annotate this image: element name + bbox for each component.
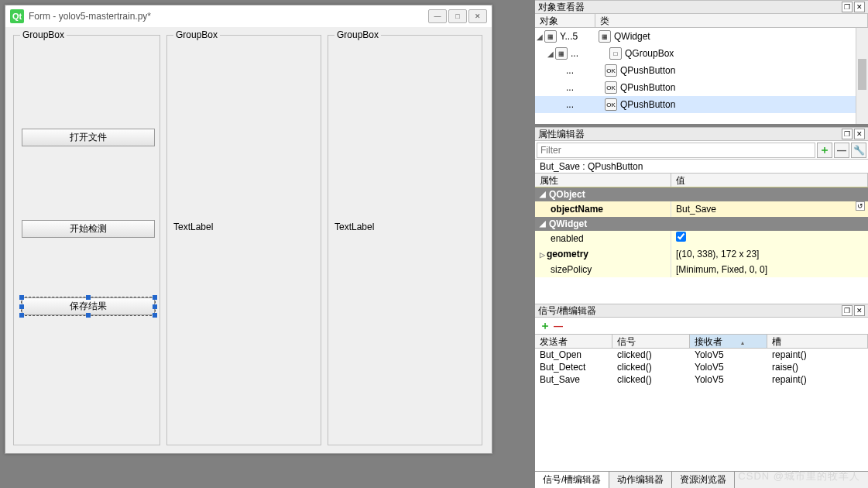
- tree-row[interactable]: ◢ ▦ Y...5 ▦ QWidget: [535, 28, 868, 45]
- watermark: CSDN @城市里的牧羊人: [738, 469, 860, 483]
- col-object[interactable]: 对象: [535, 14, 595, 27]
- tree-node-name: ...: [566, 99, 605, 110]
- tree-node-class: QPushButton: [620, 82, 675, 93]
- prop-name: sizePolicy: [535, 262, 671, 277]
- property-list[interactable]: ◢QObject objectName But_Save↺ ◢QWidget e…: [535, 187, 868, 277]
- tab-resource-browser[interactable]: 资源浏览器: [672, 472, 735, 488]
- col-class[interactable]: 类: [595, 14, 868, 27]
- selection-handle[interactable]: [153, 295, 157, 300]
- close-button[interactable]: ✕: [468, 9, 487, 23]
- tab-signal-slot[interactable]: 信号/槽编辑器: [535, 472, 609, 488]
- expand-arrow-icon[interactable]: ◢: [546, 50, 555, 58]
- start-detect-button[interactable]: 开始检测: [22, 220, 155, 238]
- tab-action-editor[interactable]: 动作编辑器: [609, 472, 672, 488]
- maximize-button[interactable]: □: [448, 9, 467, 23]
- selection-handle[interactable]: [19, 304, 24, 309]
- prop-value[interactable]: [Minimum, Fixed, 0, 0]: [671, 262, 868, 277]
- dock-close-button[interactable]: ✕: [854, 305, 865, 316]
- scrollbar-thumb[interactable]: [858, 59, 866, 90]
- col-slot[interactable]: 槽: [767, 335, 868, 348]
- prop-name: enabled: [535, 231, 671, 246]
- remove-connection-button[interactable]: —: [554, 321, 563, 332]
- dock-close-button[interactable]: ✕: [854, 2, 865, 12]
- dock-float-button[interactable]: ❐: [842, 129, 853, 139]
- prop-value[interactable]: But_Save: [676, 201, 716, 217]
- config-button[interactable]: 🔧: [851, 143, 866, 158]
- groupbox-2[interactable]: GroupBox TextLabel: [166, 35, 321, 445]
- section-qwidget[interactable]: ◢QWidget: [535, 217, 868, 231]
- selected-object-line: But_Save : QPushButton: [535, 160, 868, 174]
- selection-handle[interactable]: [19, 295, 24, 300]
- tree-row[interactable]: ... OK QPushButton: [535, 79, 868, 96]
- tree-row[interactable]: ... OK QPushButton: [535, 62, 868, 79]
- signal-row[interactable]: But_Save clicked() YoloV5 repaint(): [535, 373, 868, 386]
- prop-sizePolicy[interactable]: sizePolicy [Minimum, Fixed, 0, 0]: [535, 262, 868, 277]
- signal-table-header: 发送者 信号 接收者▴ 槽: [535, 335, 868, 349]
- form-title: Form - yolov5-mastertrain.py*: [29, 11, 151, 22]
- prop-enabled[interactable]: enabled: [535, 231, 868, 246]
- col-signal[interactable]: 信号: [612, 335, 690, 348]
- minimize-button[interactable]: —: [428, 9, 447, 23]
- groupbox-title: GroupBox: [335, 29, 381, 40]
- signal-row[interactable]: But_Detect clicked() YoloV5 raise(): [535, 361, 868, 373]
- filter-input[interactable]: [537, 143, 815, 158]
- dock-close-button[interactable]: ✕: [854, 129, 865, 139]
- dock-float-button[interactable]: ❐: [842, 305, 853, 316]
- prop-geometry[interactable]: geometry [(10, 338), 172 x 23]: [535, 246, 868, 262]
- col-sender[interactable]: 发送者: [535, 335, 612, 348]
- button-icon: OK: [605, 64, 617, 77]
- selection-handle[interactable]: [153, 304, 157, 309]
- object-inspector-dock: 对象查看器 ❐ ✕ 对象 类 ◢ ▦ Y...5 ▦ QWidget ◢ ▦ .…: [535, 0, 868, 124]
- open-file-button[interactable]: 打开文件: [22, 129, 155, 146]
- tree-row[interactable]: ◢ ▦ ... □ QGroupBox: [535, 45, 868, 62]
- object-tree[interactable]: ◢ ▦ Y...5 ▦ QWidget ◢ ▦ ... □ QGroupBox …: [535, 28, 868, 124]
- reset-button[interactable]: ↺: [856, 201, 865, 211]
- selection-handle[interactable]: [86, 313, 91, 318]
- groupbox-1[interactable]: GroupBox 打开文件 开始检测 保存结果: [13, 35, 160, 445]
- text-label[interactable]: TextLabel: [173, 222, 213, 232]
- col-value[interactable]: 值: [671, 174, 868, 187]
- remove-property-button[interactable]: —: [834, 143, 849, 158]
- dock-float-button[interactable]: ❐: [842, 2, 853, 12]
- enabled-checkbox[interactable]: [676, 232, 686, 242]
- col-property[interactable]: 属性: [535, 174, 671, 187]
- signal-row[interactable]: But_Open clicked() YoloV5 repaint(): [535, 349, 868, 361]
- prop-value[interactable]: [(10, 338), 172 x 23]: [671, 246, 868, 262]
- prop-name: objectName: [535, 201, 671, 217]
- tree-node-class: QPushButton: [620, 65, 675, 76]
- form-titlebar: Qt Form - yolov5-mastertrain.py* — □ ✕: [5, 5, 492, 27]
- groupbox-3[interactable]: GroupBox TextLabel: [328, 35, 482, 445]
- button-icon: OK: [605, 81, 617, 94]
- tree-node-class: QPushButton: [620, 99, 675, 110]
- prop-objectName[interactable]: objectName But_Save↺: [535, 201, 868, 217]
- property-header: 属性 值: [535, 174, 868, 187]
- filter-row: ＋ — 🔧: [535, 141, 868, 160]
- groupbox-title: GroupBox: [173, 29, 220, 40]
- add-connection-button[interactable]: ＋: [540, 319, 551, 333]
- signal-slot-editor-title: 信号/槽编辑器 ❐ ✕: [535, 304, 868, 318]
- selection-handle[interactable]: [86, 295, 91, 300]
- tree-node-name: ...: [566, 65, 605, 76]
- tree-node-name: Y...5: [560, 31, 599, 42]
- signal-toolbar: ＋ —: [535, 318, 868, 335]
- tree-node-class: QGroupBox: [625, 48, 674, 59]
- selection-handle[interactable]: [19, 313, 24, 318]
- sort-asc-icon: ▴: [741, 339, 744, 346]
- signal-table-body[interactable]: But_Open clicked() YoloV5 repaint() But_…: [535, 349, 868, 386]
- button-icon: OK: [605, 98, 617, 111]
- section-qobject[interactable]: ◢QObject: [535, 187, 868, 201]
- add-property-button[interactable]: ＋: [817, 143, 832, 158]
- property-editor-dock: 属性编辑器 ❐ ✕ ＋ — 🔧 But_Save : QPushButton 属…: [535, 127, 868, 304]
- text-label[interactable]: TextLabel: [335, 222, 374, 232]
- form-canvas[interactable]: GroupBox 打开文件 开始检测 保存结果 GroupBox TextLab…: [5, 27, 492, 453]
- object-inspector-title: 对象查看器 ❐ ✕: [535, 0, 868, 14]
- tree-node-name: ...: [566, 82, 605, 93]
- prop-name: geometry: [535, 246, 671, 262]
- scrollbar[interactable]: [856, 28, 868, 124]
- selection-handle[interactable]: [153, 313, 157, 318]
- col-receiver[interactable]: 接收者▴: [690, 335, 767, 348]
- expand-arrow-icon[interactable]: ◢: [535, 33, 544, 41]
- tree-row-selected[interactable]: ... OK QPushButton: [535, 96, 868, 113]
- qt-logo-icon: Qt: [10, 9, 24, 23]
- object-inspector-header: 对象 类: [535, 14, 868, 28]
